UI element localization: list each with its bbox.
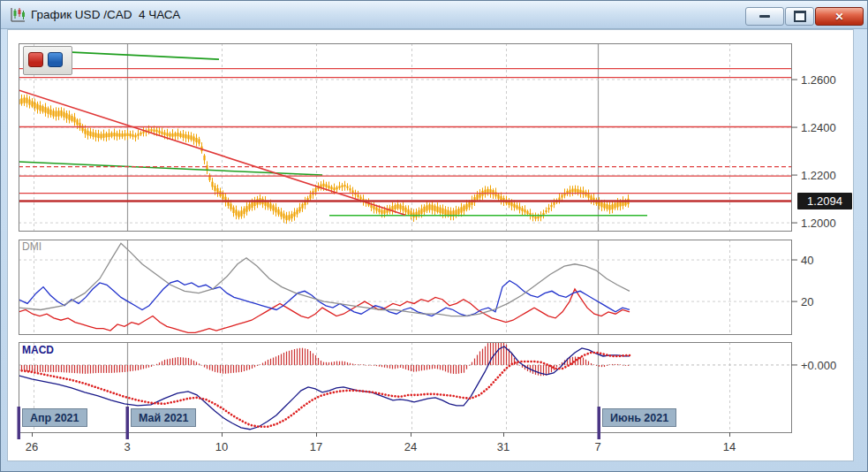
dmi-panel-label: DMI bbox=[22, 240, 42, 253]
macd-panel-label: MACD bbox=[22, 344, 54, 356]
month-label-june: Июнь 2021 bbox=[602, 408, 676, 427]
x-tick-31: 31 bbox=[497, 440, 509, 453]
price-tick-12000: 1.2000 bbox=[801, 217, 836, 230]
macd-tick-zero: +0.000 bbox=[801, 359, 836, 372]
dmi-tick-20: 20 bbox=[801, 295, 813, 308]
month-label-apr: Апр 2021 bbox=[22, 408, 87, 427]
x-tick-7: 7 bbox=[594, 440, 600, 453]
app-window: График USD /CAD 4 ЧАСА ✕ 1.2600 1.2400 1… bbox=[0, 0, 868, 472]
price-tick-12400: 1.2400 bbox=[801, 121, 836, 134]
chart-toolbar bbox=[23, 46, 72, 75]
x-tick-3: 3 bbox=[124, 440, 130, 453]
chart-canvas[interactable] bbox=[1, 1, 868, 472]
price-tick-12600: 1.2600 bbox=[801, 73, 836, 87]
x-tick-26: 26 bbox=[26, 440, 38, 453]
x-tick-24: 24 bbox=[404, 440, 417, 453]
month-label-may: Май 2021 bbox=[131, 408, 196, 427]
x-tick-17: 17 bbox=[310, 440, 322, 453]
current-price-tag: 1.2094 bbox=[797, 193, 852, 209]
x-tick-10: 10 bbox=[215, 440, 228, 453]
price-tick-12200: 1.2200 bbox=[801, 169, 836, 182]
x-tick-14: 14 bbox=[723, 440, 736, 453]
dmi-tick-40: 40 bbox=[801, 254, 813, 267]
toolbar-blue-button[interactable] bbox=[48, 52, 63, 67]
toolbar-red-button[interactable] bbox=[28, 52, 43, 67]
